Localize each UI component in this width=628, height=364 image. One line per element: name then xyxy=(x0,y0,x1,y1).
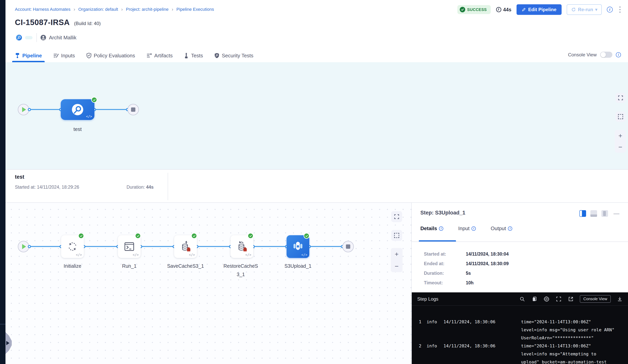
edge xyxy=(29,109,61,110)
zoom-out-button[interactable]: − xyxy=(395,263,399,269)
chevron-right-icon: › xyxy=(74,7,75,12)
edge-connector xyxy=(28,108,31,111)
stage-label[interactable]: test xyxy=(66,126,89,132)
step-logs-panel: Step Logs xyxy=(412,292,628,364)
edge xyxy=(29,246,61,247)
layout-minimized-panel-icon[interactable] xyxy=(601,210,608,217)
shield-check-icon xyxy=(86,53,91,58)
yaml-code-icon: </> xyxy=(189,253,195,257)
steps-end-node[interactable] xyxy=(342,241,354,252)
step-graph-canvas[interactable]: </> Initialize </> Run_1 </> xyxy=(5,203,411,364)
shield-search-icon xyxy=(214,53,219,58)
step-panel-title: Step: S3Upload_1 xyxy=(420,210,466,216)
log-copy-icon[interactable] xyxy=(531,296,538,302)
zoom-in-button[interactable]: + xyxy=(618,132,622,139)
breadcrumb-project[interactable]: Project: archit-pipeline xyxy=(126,7,169,12)
yaml-code-icon: </> xyxy=(301,253,307,257)
stage-started-at: Started at: 14/11/2024, 18:29:26 xyxy=(15,184,79,190)
log-settings-gear-icon[interactable] xyxy=(543,296,550,302)
log-open-external-icon[interactable] xyxy=(568,296,574,302)
step-label-savecaches3-1[interactable]: SaveCacheS3_1 xyxy=(167,262,204,270)
log-fullscreen-icon[interactable] xyxy=(555,296,562,302)
step-label-restorecaches3-1[interactable]: RestoreCacheS3_1 xyxy=(223,262,258,279)
tab-details[interactable]: Details i xyxy=(420,225,443,237)
tab-output[interactable]: Output i xyxy=(491,225,512,237)
step-canvas-fullscreen-button[interactable] xyxy=(391,211,402,222)
input-info-icon[interactable]: i xyxy=(471,226,476,231)
stage-graph-zoom-controls: + − xyxy=(615,130,626,153)
info-icon[interactable]: i xyxy=(607,7,613,12)
step-logs-body[interactable]: 1 info 14/11/2024, 18:30:06 time="2024-1… xyxy=(419,306,627,364)
step-canvas-zoom-controls: + − xyxy=(391,248,402,272)
stage-node-test[interactable]: </> xyxy=(61,99,94,120)
panel-minimize-button[interactable]: — xyxy=(614,211,619,216)
pipeline-start-node[interactable] xyxy=(18,104,29,115)
tab-security-tests[interactable]: Security Tests xyxy=(214,49,253,62)
breadcrumb-pipeline-executions[interactable]: Pipeline Executions xyxy=(176,7,214,12)
rerun-button[interactable]: Re-run ▾ xyxy=(567,4,602,15)
duration-value: 44s xyxy=(503,7,511,12)
zoom-in-button[interactable]: + xyxy=(395,251,399,257)
log-search-icon[interactable] xyxy=(519,296,525,302)
log-download-icon[interactable] xyxy=(617,296,623,302)
step-success-badge xyxy=(191,233,197,239)
tab-policy-evaluations[interactable]: Policy Evaluations xyxy=(86,49,135,62)
total-duration: 44s xyxy=(496,7,511,12)
log-line-number: 1 xyxy=(419,318,427,342)
stage-graph-canvas[interactable]: </> test + − xyxy=(5,62,628,170)
edge xyxy=(94,109,128,110)
details-info-icon[interactable]: i xyxy=(439,226,443,231)
s3-upload-icon xyxy=(292,240,304,253)
field-timeout: Timeout:10h xyxy=(424,278,509,288)
pipeline-end-node[interactable] xyxy=(128,104,139,115)
chevron-right-icon: › xyxy=(121,7,123,12)
step-label-s3upload-1[interactable]: S3Upload_1 xyxy=(279,262,316,270)
edit-pipeline-button[interactable]: Edit Pipeline xyxy=(517,4,562,15)
panel-layout-controls: — xyxy=(579,210,619,217)
log-level: info xyxy=(427,318,444,342)
steps-start-node[interactable] xyxy=(18,241,29,252)
stop-icon xyxy=(131,108,135,112)
step-label-initialize[interactable]: Initialize xyxy=(54,262,91,270)
log-console-view-button[interactable]: Console View xyxy=(580,295,611,303)
tab-pipeline[interactable]: Pipeline xyxy=(15,49,42,62)
execution-meta-row: Archit Mallik xyxy=(16,33,77,42)
output-info-icon[interactable]: i xyxy=(508,226,512,231)
ci-stage-icon xyxy=(71,103,84,116)
layout-bottom-panel-icon[interactable] xyxy=(590,210,597,217)
tab-tests[interactable]: Tests xyxy=(184,49,203,62)
step-success-badge xyxy=(78,233,84,239)
rerun-label: Re-run xyxy=(578,7,593,12)
meta-divider xyxy=(36,33,37,42)
tab-tests-label: Tests xyxy=(191,53,203,59)
tab-inputs[interactable]: Inputs xyxy=(53,49,75,62)
step-label-run-1[interactable]: Run_1 xyxy=(111,262,148,270)
tab-input[interactable]: Input i xyxy=(458,225,476,237)
console-view-control: Console View i xyxy=(568,52,621,58)
edge xyxy=(309,246,342,247)
play-icon xyxy=(22,107,26,112)
breadcrumb-account[interactable]: Account: Harness Automates xyxy=(15,7,71,12)
step-logs-header: Step Logs xyxy=(412,292,628,306)
layout-right-panel-icon[interactable] xyxy=(579,210,586,217)
edge xyxy=(197,246,231,247)
stage-graph-fullscreen-button[interactable] xyxy=(616,93,626,103)
step-canvas-marquee-select-button[interactable] xyxy=(391,230,402,241)
zoom-out-button[interactable]: − xyxy=(618,144,622,150)
stage-graph-marquee-select-button[interactable] xyxy=(616,112,626,122)
log-level: info xyxy=(427,342,444,364)
step-detail-fields: Started at:14/11/2024, 18:30:04 Ended at… xyxy=(424,249,509,288)
tab-artifacts-label: Artifacts xyxy=(154,53,173,59)
more-options-kebab-icon[interactable] xyxy=(618,6,622,13)
pipeline-icon xyxy=(15,53,20,58)
ci-module-icon xyxy=(16,35,22,41)
step-logs-title: Step Logs xyxy=(417,296,438,302)
fullscreen-icon xyxy=(394,214,399,219)
console-view-info-icon[interactable]: i xyxy=(616,52,621,57)
stage-summary-title: test xyxy=(15,174,24,180)
stage-success-badge xyxy=(91,97,97,103)
caret-down-icon: ▾ xyxy=(595,7,597,12)
console-view-toggle[interactable] xyxy=(600,52,612,58)
breadcrumb-organization[interactable]: Organization: default xyxy=(78,7,118,12)
tab-artifacts[interactable]: Artifacts xyxy=(147,49,173,62)
